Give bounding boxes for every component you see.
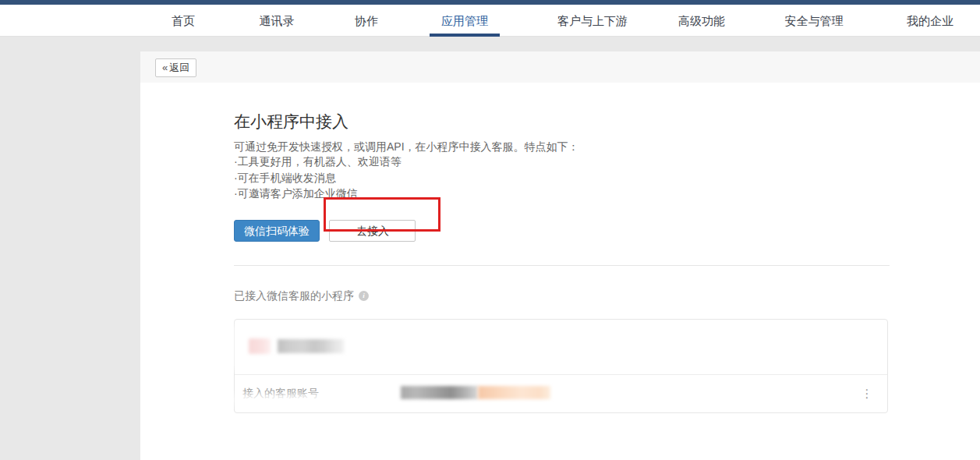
redacted-app-name <box>278 339 344 353</box>
nav-tab-contacts[interactable]: 通讯录 <box>260 5 295 37</box>
info-icon[interactable]: i <box>359 291 369 301</box>
more-menu-icon[interactable]: ⋮ <box>861 384 873 404</box>
page-content: 在小程序中接入 可通过免开发快速授权，或调用API，在小程序中接入客服。特点如下… <box>234 83 890 413</box>
section-header: 已接入微信客服的小程序 i <box>234 289 890 303</box>
nav-tab-app-management[interactable]: 应用管理 <box>441 5 488 37</box>
back-button[interactable]: «返回 <box>155 58 196 77</box>
nav-tab-home[interactable]: 首页 <box>172 5 195 37</box>
page-description: 可通过免开发快速授权，或调用API，在小程序中接入客服。特点如下： <box>234 140 890 154</box>
feature-bullet: ·可邀请客户添加企业微信 <box>234 186 890 202</box>
back-button-label: 返回 <box>169 62 189 73</box>
nav-tab-customers[interactable]: 客户与上下游 <box>557 5 628 37</box>
redacted-app-icon <box>249 338 271 354</box>
section-divider <box>234 265 890 266</box>
redacted-account-name <box>401 386 478 399</box>
connected-account-row: 接入的客服账号 ⋮ <box>235 375 887 412</box>
miniprogram-info-row <box>235 320 887 374</box>
redacted-account-detail <box>478 386 550 399</box>
main-nav: 首页 通讯录 协作 应用管理 客户与上下游 高级功能 安全与管理 我的企业 <box>0 5 980 37</box>
content-panel: «返回 在小程序中接入 可通过免开发快速授权，或调用API，在小程序中接入客服。… <box>140 51 980 460</box>
nav-tab-my-company[interactable]: 我的企业 <box>907 5 953 37</box>
connected-account-label: 接入的客服账号 <box>242 387 319 401</box>
nav-tab-security[interactable]: 安全与管理 <box>785 5 844 37</box>
nav-tab-collaboration[interactable]: 协作 <box>355 5 378 37</box>
back-chevron-icon: « <box>162 62 168 73</box>
action-button-row: 微信扫码体验 去接入 <box>234 220 890 242</box>
section-title: 已接入微信客服的小程序 <box>234 289 354 303</box>
panel-header-strip: «返回 <box>140 51 980 83</box>
feature-bullet: ·可在手机端收发消息 <box>234 170 890 186</box>
page-title: 在小程序中接入 <box>234 111 890 133</box>
go-connect-button[interactable]: 去接入 <box>329 220 416 242</box>
wechat-scan-button[interactable]: 微信扫码体验 <box>234 220 320 242</box>
miniprogram-card: 接入的客服账号 ⋮ <box>234 319 888 413</box>
nav-tab-advanced[interactable]: 高级功能 <box>678 5 725 37</box>
feature-bullet: ·工具更好用，有机器人、欢迎语等 <box>234 154 890 170</box>
